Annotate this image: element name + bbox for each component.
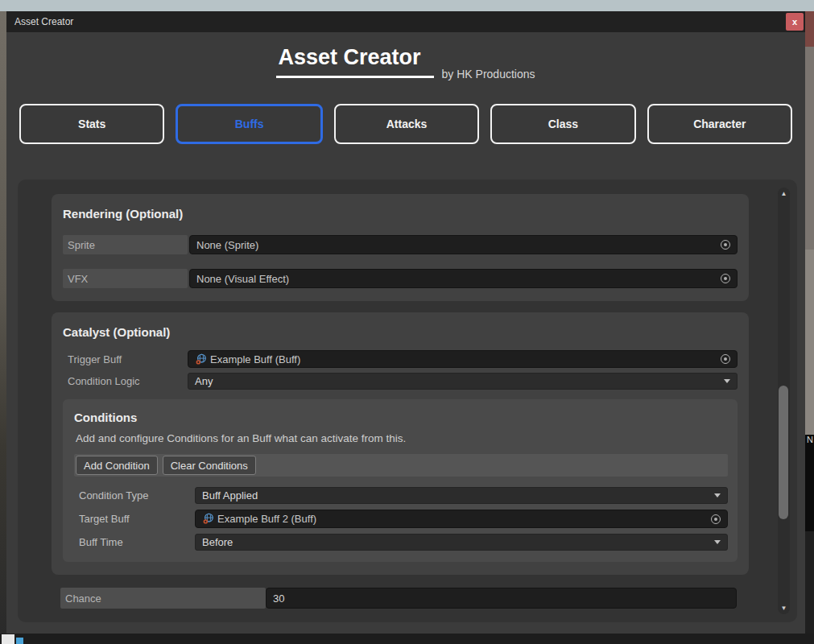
header: Asset Creator by HK Productions	[6, 45, 805, 78]
background-left-strip	[0, 11, 6, 634]
object-picker-icon[interactable]	[711, 514, 721, 524]
buff-time-value: Before	[202, 536, 233, 548]
trigger-buff-label: Trigger Buff	[63, 353, 188, 365]
background-segment	[805, 531, 814, 634]
chance-value: 30	[273, 592, 284, 605]
background-right-strip: N	[805, 11, 814, 634]
object-picker-icon[interactable]	[721, 354, 730, 364]
background-segment	[805, 47, 814, 250]
page-title: Asset Creator	[276, 45, 433, 78]
tab-class[interactable]: Class	[490, 104, 635, 144]
tab-buffs[interactable]: Buffs	[176, 104, 322, 144]
sprite-label: Sprite	[63, 235, 188, 254]
condition-type-dropdown[interactable]: Buff Applied	[195, 487, 728, 504]
window-titlebar[interactable]: Asset Creator x	[6, 11, 805, 32]
screen: N Asset Creator x Asset Creator by HK Pr…	[0, 0, 814, 644]
scriptable-object-icon	[195, 353, 207, 365]
scrollbar-thumb[interactable]	[779, 386, 788, 519]
add-condition-button[interactable]: Add Condition	[76, 456, 158, 475]
sprite-object-field[interactable]: None (Sprite)	[189, 235, 738, 254]
object-picker-icon[interactable]	[721, 274, 730, 283]
vfx-value: None (Visual Effect)	[196, 273, 289, 285]
buff-time-dropdown[interactable]: Before	[195, 534, 728, 551]
vfx-row: VFX None (Visual Effect)	[63, 269, 738, 288]
chevron-down-icon	[714, 540, 721, 544]
vertical-scrollbar[interactable]: ▲ ▼	[778, 188, 790, 614]
buff-time-label: Buff Time	[74, 536, 195, 548]
chevron-down-icon	[724, 379, 730, 383]
background-segment	[805, 11, 814, 47]
sprite-row: Sprite None (Sprite)	[63, 235, 738, 254]
asset-creator-window: Asset Creator x Asset Creator by HK Prod…	[6, 11, 805, 634]
trigger-buff-value: Example Buff (Buff)	[210, 353, 300, 365]
buff-time-row: Buff Time Before	[74, 534, 728, 551]
background-segment	[805, 250, 814, 435]
target-buff-label: Target Buff	[74, 513, 195, 525]
target-buff-object-field[interactable]: Example Buff 2 (Buff)	[195, 510, 728, 528]
target-buff-row: Target Buff Example Buff 2 (Buff)	[74, 510, 728, 528]
background-bottom-strip	[0, 634, 814, 644]
tab-stats[interactable]: Stats	[19, 104, 164, 144]
rendering-section: Rendering (Optional) Sprite None (Sprite…	[52, 194, 749, 301]
tab-bar: Stats Buffs Attacks Class Character	[6, 104, 805, 144]
conditions-panel: Conditions Add and configure Conditions …	[63, 399, 738, 562]
window-title: Asset Creator	[6, 16, 73, 27]
background-taskbar-icon	[16, 638, 23, 644]
tab-attacks[interactable]: Attacks	[334, 104, 479, 144]
background-taskbar-item	[2, 634, 14, 644]
chance-input[interactable]: 30	[266, 588, 737, 609]
object-picker-icon[interactable]	[721, 240, 730, 250]
chance-row: Chance 30	[60, 588, 737, 609]
condition-type-label: Condition Type	[74, 489, 195, 502]
trigger-buff-object-field[interactable]: Example Buff (Buff)	[188, 350, 738, 368]
scriptable-object-icon	[202, 513, 214, 525]
chance-label: Chance	[60, 588, 266, 609]
clear-conditions-button[interactable]: Clear Conditions	[163, 456, 256, 475]
condition-logic-value: Any	[195, 375, 213, 387]
catalyst-section: Catalyst (Optional) Trigger Buff E	[52, 312, 749, 575]
background-top-strip	[0, 0, 814, 11]
condition-logic-row: Condition Logic Any	[63, 373, 738, 390]
buff-form-scrollview: Rendering (Optional) Sprite None (Sprite…	[18, 180, 797, 622]
condition-logic-dropdown[interactable]: Any	[188, 373, 738, 390]
vfx-object-field[interactable]: None (Visual Effect)	[189, 269, 738, 288]
scroll-down-icon[interactable]: ▼	[778, 605, 790, 612]
conditions-description: Add and configure Conditions for an Buff…	[76, 432, 728, 444]
conditions-heading: Conditions	[74, 411, 728, 424]
chevron-down-icon	[714, 493, 721, 497]
tab-character[interactable]: Character	[647, 104, 792, 144]
vfx-label: VFX	[63, 269, 188, 288]
rendering-heading: Rendering (Optional)	[63, 207, 738, 221]
condition-logic-label: Condition Logic	[63, 375, 188, 387]
background-partial-text: N	[805, 435, 814, 531]
condition-type-row: Condition Type Buff Applied	[74, 487, 728, 504]
target-buff-value: Example Buff 2 (Buff)	[217, 513, 316, 525]
close-button[interactable]: x	[786, 13, 804, 31]
sprite-value: None (Sprite)	[196, 239, 258, 251]
catalyst-heading: Catalyst (Optional)	[63, 325, 738, 339]
trigger-buff-row: Trigger Buff Example Buff (Buff)	[63, 350, 738, 368]
scroll-up-icon[interactable]: ▲	[778, 190, 790, 197]
conditions-toolbar: Add Condition Clear Conditions	[74, 454, 728, 477]
page-subtitle: by HK Productions	[442, 68, 535, 80]
condition-type-value: Buff Applied	[202, 489, 258, 502]
